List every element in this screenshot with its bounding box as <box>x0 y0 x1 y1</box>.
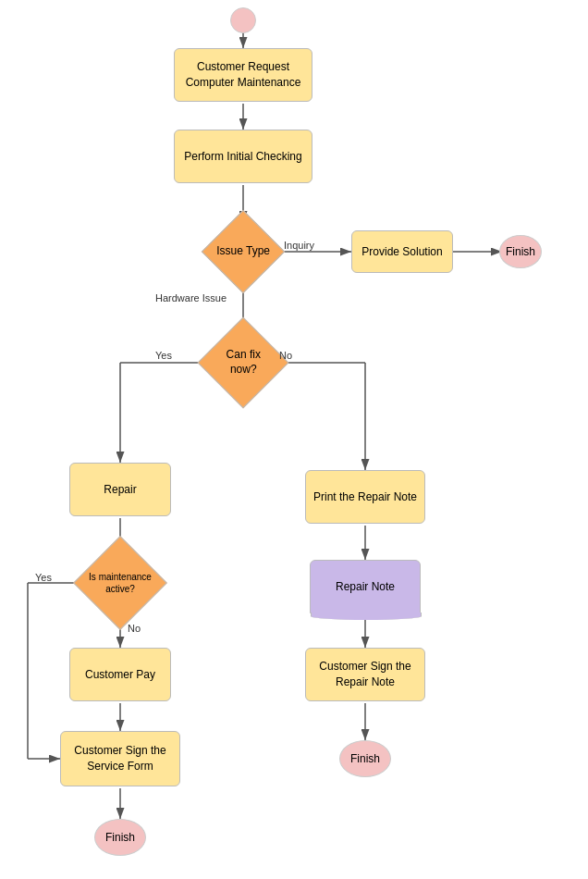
customer-sign-form-node: Customer Sign the Service Form <box>60 731 180 786</box>
repair-node: Repair <box>69 463 171 516</box>
initial-check-node: Perform Initial Checking <box>174 130 312 183</box>
repair-note-doc: Repair Note <box>310 560 421 613</box>
customer-sign-note-node: Customer Sign the Repair Note <box>305 648 425 701</box>
maintenance-label: Is maintenance active? <box>88 571 153 595</box>
customer-sign-note-label: Customer Sign the Repair Note <box>306 659 424 690</box>
yes-fix-label: Yes <box>155 350 172 361</box>
yes-maint-label: Yes <box>35 572 52 583</box>
provide-solution-label: Provide Solution <box>361 245 442 258</box>
repair-note-doc-label: Repair Note <box>336 580 395 593</box>
finish2-node: Finish <box>339 740 391 777</box>
no-fix-label: No <box>279 350 292 361</box>
hardware-label: Hardware Issue <box>155 292 227 303</box>
finish1-node: Finish <box>499 235 542 268</box>
customer-pay-node: Customer Pay <box>69 648 171 701</box>
customer-request-node: Customer Request Computer Maintenance <box>174 48 312 102</box>
customer-pay-label: Customer Pay <box>85 668 155 681</box>
finish3-label: Finish <box>105 831 135 844</box>
maintenance-diamond: Is maintenance active? <box>73 536 167 630</box>
issue-type-diamond: Issue Type <box>202 210 286 294</box>
provide-solution-node: Provide Solution <box>351 230 453 273</box>
customer-sign-form-label: Customer Sign the Service Form <box>61 743 179 774</box>
no-maint-label: No <box>128 623 141 634</box>
print-note-label: Print the Repair Note <box>313 489 417 505</box>
initial-check-label: Perform Initial Checking <box>184 150 301 163</box>
print-note-node: Print the Repair Note <box>305 470 425 524</box>
can-fix-label: Can fix now? <box>212 348 275 377</box>
start-node <box>230 7 256 33</box>
finish1-label: Finish <box>506 245 535 258</box>
can-fix-diamond: Can fix now? <box>198 317 289 409</box>
inquiry-label: Inquiry <box>284 240 314 251</box>
finish2-label: Finish <box>350 752 380 765</box>
flowchart: Customer Request Computer Maintenance Pe… <box>0 0 588 879</box>
repair-label: Repair <box>104 483 136 496</box>
issue-type-label: Issue Type <box>216 244 270 259</box>
finish3-node: Finish <box>94 819 146 856</box>
customer-request-label: Customer Request Computer Maintenance <box>186 59 301 91</box>
